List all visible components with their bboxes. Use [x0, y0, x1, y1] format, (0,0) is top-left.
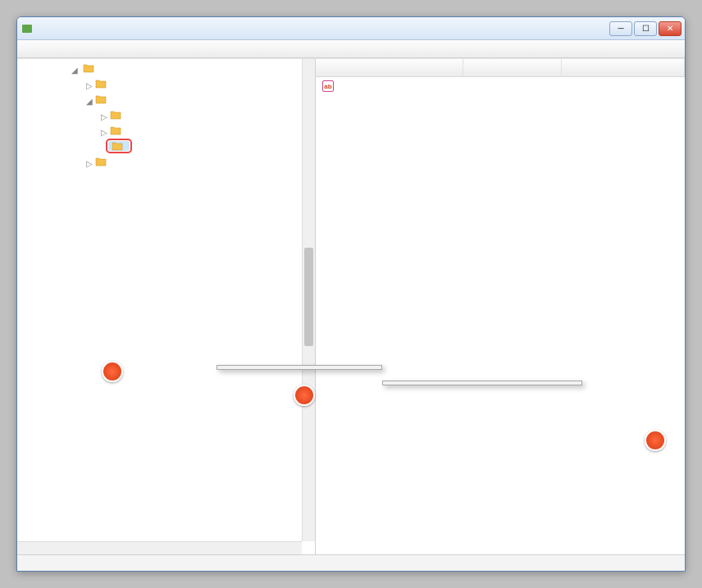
string-value-icon: ab — [322, 80, 334, 92]
menubar — [17, 40, 685, 58]
expander-icon[interactable]: ◢ — [70, 63, 79, 78]
expander-icon[interactable]: ▷ — [99, 110, 108, 125]
column-header-type[interactable] — [463, 59, 562, 76]
menu-favorites[interactable] — [62, 48, 75, 51]
titlebar[interactable]: ─ ☐ ✕ — [17, 17, 685, 40]
value-row[interactable]: ab — [316, 79, 685, 93]
menu-file[interactable] — [22, 48, 35, 51]
context-submenu-new — [382, 381, 582, 385]
expander-icon[interactable]: ▷ — [84, 79, 93, 93]
annotation-badge-3 — [645, 430, 666, 451]
menu-view[interactable] — [48, 48, 62, 51]
minimize-button[interactable]: ─ — [609, 21, 632, 36]
annotation-badge-2 — [294, 385, 315, 406]
close-button[interactable]: ✕ — [659, 21, 681, 36]
menu-help[interactable] — [75, 48, 88, 51]
tree-node-driver-signing[interactable] — [108, 141, 130, 151]
expander-icon[interactable]: ▷ — [84, 157, 93, 171]
tree-scrollbar-vertical[interactable] — [302, 59, 315, 541]
context-menu — [217, 365, 382, 370]
tree-node-microsoft[interactable] — [93, 94, 112, 104]
app-icon — [21, 22, 34, 35]
maximize-button[interactable]: ☐ — [634, 21, 657, 36]
tree-scrollbar-horizontal[interactable] — [17, 541, 302, 554]
tree-node-chromium[interactable] — [93, 79, 112, 89]
values-panel: ab — [316, 59, 685, 554]
column-header-value[interactable] — [562, 59, 685, 76]
tree-node-power[interactable] — [93, 157, 112, 166]
column-header-name[interactable] — [316, 59, 463, 76]
tree-node-windows[interactable] — [108, 125, 126, 135]
registry-editor-window: ─ ☐ ✕ ◢ ▷ ◢ — [16, 16, 686, 572]
svg-rect-1 — [24, 26, 26, 28]
tree-node-systemcertificates[interactable] — [108, 110, 126, 120]
menu-edit[interactable] — [35, 48, 48, 51]
svg-rect-2 — [24, 29, 26, 30]
tree-panel[interactable]: ◢ ▷ ◢ ▷ ▷ ▷ — [17, 59, 316, 554]
statusbar — [17, 554, 685, 571]
expander-icon[interactable]: ◢ — [84, 94, 93, 109]
svg-rect-0 — [22, 25, 32, 33]
list-header — [316, 59, 685, 77]
tree-node-policies[interactable] — [81, 63, 99, 73]
expander-icon[interactable]: ▷ — [99, 125, 108, 140]
annotation-badge-1 — [102, 361, 123, 382]
